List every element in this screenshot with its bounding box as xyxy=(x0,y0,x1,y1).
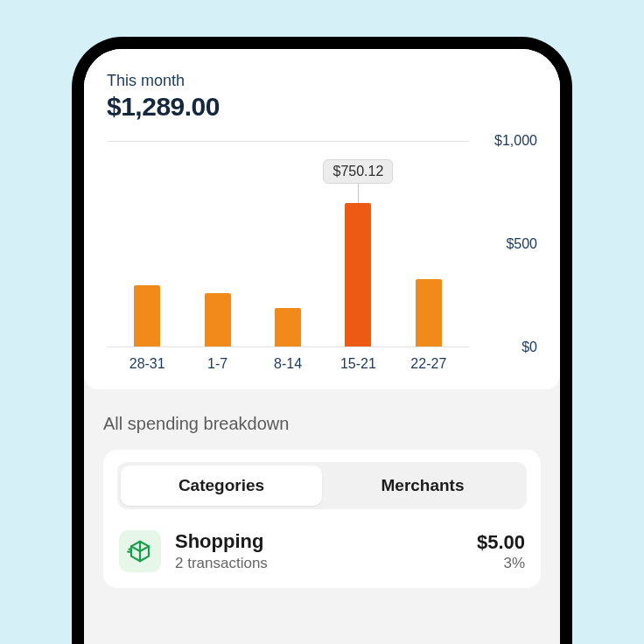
bar[interactable] xyxy=(345,203,371,346)
category-sub: 2 transactions xyxy=(175,555,463,572)
bar[interactable] xyxy=(134,285,160,346)
category-row[interactable]: Shopping2 transactions$5.003% xyxy=(117,527,527,588)
package-icon xyxy=(119,530,161,572)
chart-area: $750.12 28-311-78-1415-2122-27 xyxy=(107,141,469,372)
bar[interactable] xyxy=(416,279,442,346)
chart-plot[interactable]: $750.12 xyxy=(107,141,469,347)
breakdown-section: All spending breakdown CategoriesMerchan… xyxy=(84,389,560,588)
phone-frame: This month $1,289.00 $750.12 28-311-78-1… xyxy=(72,37,572,644)
category-amounts: $5.003% xyxy=(477,531,525,572)
x-tick-label: 1-7 xyxy=(182,356,252,372)
bar[interactable] xyxy=(205,293,231,346)
screen: This month $1,289.00 $750.12 28-311-78-1… xyxy=(84,49,560,588)
breakdown-card: CategoriesMerchants Shopping2 transactio… xyxy=(103,450,541,588)
bar-slot[interactable] xyxy=(394,142,464,346)
bar-slot[interactable] xyxy=(253,142,323,346)
y-tick-label: $500 xyxy=(506,236,537,252)
y-axis-labels: $1,000$500$0 xyxy=(481,141,537,347)
bar-tooltip: $750.12 xyxy=(324,159,394,203)
x-tick-label: 15-21 xyxy=(323,356,393,372)
tab-merchants[interactable]: Merchants xyxy=(322,466,523,506)
category-amount: $5.00 xyxy=(477,531,525,554)
y-tick-label: $0 xyxy=(522,340,537,355)
tab-categories[interactable]: Categories xyxy=(121,466,322,506)
tooltip-label: $750.12 xyxy=(324,159,394,184)
category-info: Shopping2 transactions xyxy=(175,530,463,571)
x-tick-label: 28-31 xyxy=(112,356,182,372)
period-label: This month xyxy=(107,72,537,90)
category-name: Shopping xyxy=(175,530,463,553)
bar-slot[interactable]: $750.12 xyxy=(323,142,393,346)
category-pct: 3% xyxy=(477,555,525,572)
bar[interactable] xyxy=(275,308,301,346)
x-axis-labels: 28-311-78-1415-2122-27 xyxy=(107,347,469,372)
total-amount: $1,289.00 xyxy=(107,92,537,122)
segmented-control[interactable]: CategoriesMerchants xyxy=(117,462,527,509)
chart-wrap: $750.12 28-311-78-1415-2122-27 $1,000$50… xyxy=(107,141,537,372)
bar-slot[interactable] xyxy=(182,142,252,346)
breakdown-title: All spending breakdown xyxy=(103,414,541,434)
y-tick-label: $1,000 xyxy=(494,133,537,149)
bar-slot[interactable] xyxy=(112,142,182,346)
tooltip-stem xyxy=(358,184,359,203)
x-tick-label: 8-14 xyxy=(253,356,323,372)
x-tick-label: 22-27 xyxy=(394,356,464,372)
spending-chart-card: This month $1,289.00 $750.12 28-311-78-1… xyxy=(84,49,560,389)
category-list: Shopping2 transactions$5.003% xyxy=(117,527,527,588)
